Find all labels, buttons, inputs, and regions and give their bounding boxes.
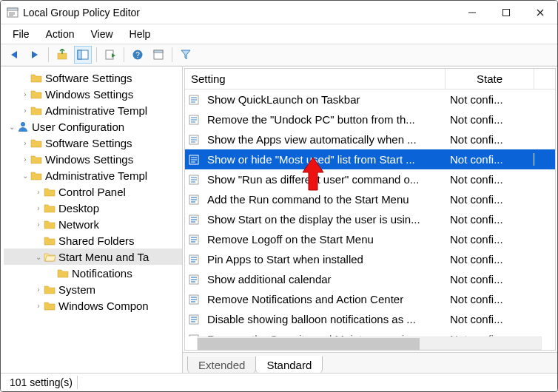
help-button[interactable]: ?: [129, 46, 147, 64]
folder-icon: [44, 218, 56, 230]
toolbar-separator: [172, 47, 172, 62]
list-row[interactable]: Show the Apps view automatically when ..…: [185, 129, 555, 149]
tree-item[interactable]: Software Settings: [4, 70, 182, 86]
svg-marker-10: [32, 51, 38, 58]
svg-rect-11: [58, 53, 67, 59]
setting-state: Not confi...: [446, 273, 534, 285]
list-row[interactable]: Remove Logoff on the Start MenuNot confi…: [185, 229, 555, 249]
setting-icon: [188, 314, 200, 325]
app-window: Local Group Policy Editor File Action Vi…: [0, 0, 558, 392]
tree-twisty-icon[interactable]: ›: [20, 155, 30, 163]
menu-file[interactable]: File: [5, 27, 37, 41]
tree-item[interactable]: Notifications: [4, 265, 182, 281]
list-row[interactable]: Show additional calendarNot confi...: [185, 269, 555, 289]
tree-item[interactable]: ›Windows Compon: [4, 297, 182, 314]
tree-twisty-icon[interactable]: ›: [33, 285, 44, 294]
svg-rect-20: [154, 50, 163, 53]
folder-icon: [30, 153, 42, 165]
list-view: Setting State Show QuickLaunch on Taskba…: [184, 68, 556, 351]
tree-pane[interactable]: Software Settings›Windows Settings›Admin…: [1, 67, 183, 373]
list-row[interactable]: Remove Notifications and Action CenterNo…: [185, 289, 555, 309]
tree-twisty-icon[interactable]: ⌄: [7, 123, 17, 131]
tree-twisty-icon[interactable]: ›: [33, 188, 44, 196]
svg-rect-6: [503, 10, 510, 16]
tree-item[interactable]: ›Administrative Templ: [4, 102, 182, 118]
folder-icon: [44, 186, 56, 197]
properties-button[interactable]: [149, 46, 167, 64]
list-row[interactable]: Show Start on the display the user is us…: [185, 209, 555, 229]
svg-text:?: ?: [135, 51, 140, 59]
tree-item[interactable]: ›Windows Settings: [4, 86, 182, 102]
tree-twisty-icon[interactable]: ›: [33, 204, 44, 212]
tree-twisty-icon[interactable]: ⌄: [33, 253, 44, 261]
back-button[interactable]: [5, 46, 23, 64]
tree-item[interactable]: ⌄Start Menu and Ta: [4, 249, 182, 265]
setting-label: Show "Run as different user" command o..…: [203, 173, 446, 186]
list-row[interactable]: Pin Apps to Start when installedNot conf…: [185, 249, 555, 269]
tree-item[interactable]: ›Desktop: [4, 200, 182, 216]
tree-twisty-icon[interactable]: ›: [20, 107, 30, 115]
menu-view[interactable]: View: [83, 27, 120, 41]
tree-twisty-icon[interactable]: ›: [33, 220, 44, 229]
tab-extended[interactable]: Extended: [187, 356, 256, 374]
tree-item[interactable]: ›Network: [4, 216, 182, 232]
show-hide-tree-button[interactable]: [74, 46, 92, 64]
setting-icon: [188, 194, 200, 206]
menu-help[interactable]: Help: [122, 27, 158, 41]
menu-action[interactable]: Action: [38, 27, 82, 41]
forward-button[interactable]: [26, 46, 44, 64]
setting-label: Disable showing balloon notifications as…: [203, 313, 446, 325]
tree-item[interactable]: ›Software Settings: [4, 135, 182, 151]
maximize-button[interactable]: [489, 1, 523, 24]
svg-point-22: [21, 122, 25, 126]
column-setting[interactable]: Setting: [185, 69, 446, 89]
setting-state: Not confi...: [446, 213, 534, 226]
tab-standard[interactable]: Standard: [255, 356, 323, 374]
tree-twisty-icon[interactable]: ⌄: [20, 172, 30, 180]
horizontal-scrollbar[interactable]: [197, 337, 542, 350]
close-button[interactable]: [523, 1, 557, 24]
tree-twisty-icon[interactable]: ›: [33, 302, 44, 310]
tree-item-label: Software Settings: [45, 137, 132, 149]
content-pane: Setting State Show QuickLaunch on Taskba…: [183, 67, 557, 373]
setting-state: Not confi...: [446, 253, 534, 266]
tree-item-label: System: [58, 283, 95, 296]
up-one-level-button[interactable]: [53, 46, 71, 64]
tree-item[interactable]: Shared Folders: [4, 232, 182, 249]
tree-twisty-icon[interactable]: ›: [20, 139, 30, 147]
filter-button[interactable]: [177, 46, 195, 64]
svg-rect-14: [78, 50, 81, 59]
app-icon: [7, 7, 19, 18]
folder-icon: [30, 137, 42, 149]
tree-item-label: Control Panel: [58, 186, 126, 198]
setting-label: Show additional calendar: [203, 273, 446, 285]
setting-state: Not confi...: [446, 93, 534, 106]
list-rows[interactable]: Show QuickLaunch on TaskbarNot confi...R…: [185, 89, 555, 337]
list-row[interactable]: Show or hide "Most used" list from Start…: [185, 149, 555, 169]
list-row[interactable]: Show "Run as different user" command o..…: [185, 169, 555, 189]
setting-icon: [188, 274, 200, 285]
column-state[interactable]: State: [446, 69, 534, 89]
tree-item[interactable]: ›Control Panel: [4, 183, 182, 200]
list-row[interactable]: Remove the "Undock PC" button from th...…: [185, 109, 555, 129]
titlebar: Local Group Policy Editor: [1, 1, 557, 24]
list-row[interactable]: Show QuickLaunch on TaskbarNot confi...: [185, 89, 555, 109]
minimize-button[interactable]: [455, 1, 489, 24]
tree-item[interactable]: ⌄User Configuration: [4, 118, 182, 135]
export-list-button[interactable]: [101, 46, 119, 64]
tree-item[interactable]: ›Windows Settings: [4, 151, 182, 167]
list-row[interactable]: Remove the Security and Maintenance icNo…: [185, 329, 555, 337]
list-row[interactable]: Add the Run command to the Start MenuNot…: [185, 189, 555, 209]
tree-twisty-icon[interactable]: ›: [20, 90, 30, 98]
setting-state: Not confi...: [446, 193, 534, 206]
tree-item[interactable]: ›System: [4, 281, 182, 297]
folder-icon: [57, 267, 69, 279]
setting-icon: [188, 214, 200, 226]
menubar: File Action View Help: [1, 24, 557, 44]
svg-marker-9: [11, 51, 17, 58]
tree-item[interactable]: ⌄Administrative Templ: [4, 167, 182, 183]
list-row[interactable]: Disable showing balloon notifications as…: [185, 309, 555, 329]
scrollbar-thumb[interactable]: [198, 338, 420, 350]
setting-label: Add the Run command to the Start Menu: [203, 193, 446, 206]
folder-icon: [30, 72, 42, 84]
